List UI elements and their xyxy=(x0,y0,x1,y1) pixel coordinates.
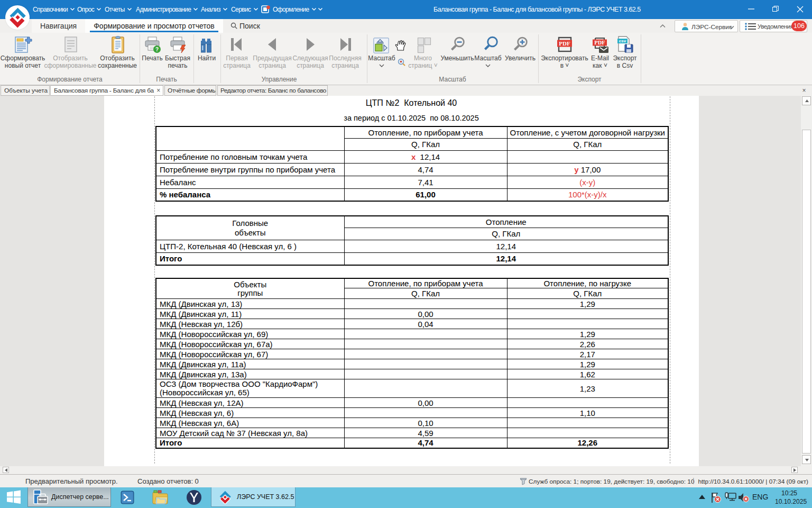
svg-text:csv: csv xyxy=(619,39,626,43)
svg-text:PDF: PDF xyxy=(559,40,570,47)
svg-text:?: ? xyxy=(155,47,159,52)
svg-text:PDF: PDF xyxy=(594,40,605,46)
